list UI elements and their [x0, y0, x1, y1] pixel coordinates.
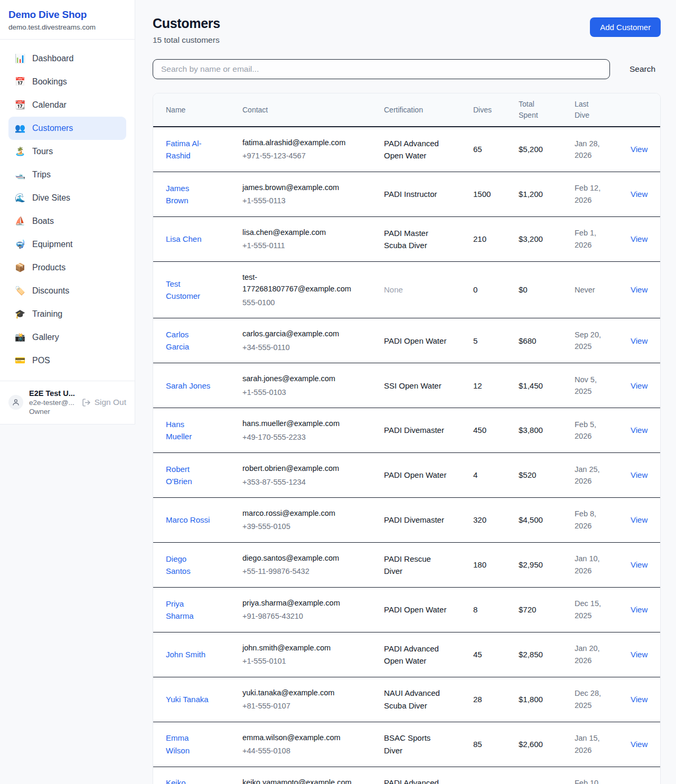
customer-name-link[interactable]: Yuki Tanaka	[166, 693, 209, 705]
certification: SSI Open Water	[384, 380, 442, 392]
customer-name-link[interactable]: Priya Sharma	[166, 598, 211, 622]
view-link[interactable]: View	[631, 740, 647, 749]
last-dive-cell: Jan 10, 2026	[575, 543, 612, 586]
customer-email: keiko.yamamoto@example.com	[242, 777, 354, 784]
sidebar-item-gallery[interactable]: 📸Gallery	[8, 326, 126, 349]
certification: PADI Divemaster	[384, 514, 444, 526]
sidebar-item-label: Training	[32, 309, 62, 319]
table-body: Fatima Al-Rashidfatima.alrashid@example.…	[153, 127, 660, 784]
view-link[interactable]: View	[631, 605, 647, 614]
customer-name-link[interactable]: James Brown	[166, 182, 211, 207]
name-cell: Sarah Jones	[153, 370, 242, 401]
dives-cell: 28	[473, 684, 519, 715]
customer-name-link[interactable]: Carlos Garcia	[166, 328, 211, 353]
user-email: e2e-tester@...	[29, 399, 76, 407]
contact-cell: test-1772681807767@example.com555-0100	[242, 262, 384, 318]
total-spent-cell: $2,850	[519, 639, 575, 670]
sidebar-item-calendar[interactable]: 📆Calendar	[8, 93, 126, 117]
name-cell: Fatima Al-Rashid	[153, 128, 242, 172]
sidebar-item-training[interactable]: 🎓Training	[8, 303, 126, 326]
sidebar-item-products[interactable]: 📦Products	[8, 256, 126, 279]
total-spent-cell: $5,200	[519, 134, 575, 165]
sidebar: Demo Dive Shop demo.test.divestreams.com…	[0, 0, 135, 424]
view-link[interactable]: View	[631, 381, 647, 390]
table-row: Diego Santosdiego.santos@example.com+55-…	[153, 543, 660, 588]
customer-email: sarah.jones@example.com	[242, 373, 354, 384]
view-link[interactable]: View	[631, 285, 647, 294]
search-input[interactable]	[153, 59, 610, 79]
sign-out-button[interactable]: Sign Out	[82, 398, 126, 407]
actions-cell: View	[631, 729, 660, 760]
customer-name-link[interactable]: Sarah Jones	[166, 380, 210, 392]
certification: BSAC Sports Diver	[384, 732, 448, 757]
view-link[interactable]: View	[631, 650, 647, 659]
last-dive-cell: Feb 12, 2026	[575, 173, 612, 215]
total-spent-cell: $680	[519, 325, 575, 356]
actions-cell: View	[631, 274, 660, 305]
label-tag-icon: 🏷️	[15, 287, 25, 295]
customer-name-link[interactable]: Fatima Al-Rashid	[166, 137, 211, 162]
customer-name-link[interactable]: Emma Wilson	[166, 732, 211, 757]
customer-name-link[interactable]: Robert O'Brien	[166, 463, 211, 488]
sidebar-item-discounts[interactable]: 🏷️Discounts	[8, 279, 126, 303]
customer-name-link[interactable]: Hans Mueller	[166, 418, 211, 443]
certification: PADI Rescue Diver	[384, 553, 448, 578]
actions-cell: View	[631, 178, 660, 210]
view-link[interactable]: View	[631, 145, 647, 154]
sidebar-item-bookings[interactable]: 📅Bookings	[8, 70, 126, 93]
shop-domain: demo.test.divestreams.com	[8, 23, 126, 31]
view-link[interactable]: View	[631, 190, 647, 199]
total-spent-cell: $0	[519, 274, 575, 305]
certification: PADI Open Water	[384, 469, 446, 481]
sidebar-item-boats[interactable]: ⛵Boats	[8, 210, 126, 233]
total-spent-cell: $3,200	[519, 223, 575, 254]
customer-email: marco.rossi@example.com	[242, 507, 354, 519]
table-row: Robert O'Brienrobert.obrien@example.com+…	[153, 453, 660, 498]
sidebar-item-dashboard[interactable]: 📊Dashboard	[8, 47, 126, 70]
view-link[interactable]: View	[631, 515, 647, 524]
sidebar-item-customers[interactable]: 👥Customers	[8, 117, 126, 140]
view-link[interactable]: View	[631, 470, 647, 479]
sidebar-item-pos[interactable]: 💳POS	[8, 349, 126, 372]
certification-cell: PADI Advanced Open Water	[384, 633, 473, 677]
person-icon	[12, 398, 20, 407]
shop-name[interactable]: Demo Dive Shop	[8, 9, 126, 21]
contact-cell: sarah.jones@example.com+1-555-0103	[242, 363, 384, 408]
view-link[interactable]: View	[631, 234, 647, 243]
sidebar-item-label: Bookings	[32, 77, 67, 87]
calendar-date-icon: 📅	[15, 78, 25, 86]
view-link[interactable]: View	[631, 695, 647, 704]
app-root: Demo Dive Shop demo.test.divestreams.com…	[0, 0, 676, 784]
sidebar-item-label: Boats	[32, 216, 54, 226]
certification: PADI Open Water	[384, 603, 446, 616]
sidebar-item-label: Customers	[32, 124, 73, 133]
tear-off-calendar-icon: 📆	[15, 101, 25, 109]
name-cell: Carlos Garcia	[153, 319, 242, 363]
customer-name-link[interactable]: Marco Rossi	[166, 514, 210, 526]
table-row: Hans Muellerhans.mueller@example.com+49-…	[153, 408, 660, 453]
customer-name-link[interactable]: Test Customer	[166, 278, 211, 303]
dives-cell: 180	[473, 549, 519, 580]
actions-cell: View	[631, 325, 660, 356]
sidebar-item-label: Calendar	[32, 100, 67, 110]
customer-name-link[interactable]: Lisa Chen	[166, 233, 202, 245]
sidebar-item-equipment[interactable]: 🤿Equipment	[8, 233, 126, 256]
page-title: Customers	[153, 16, 220, 31]
dives-cell: 4	[473, 459, 519, 490]
customer-name-link[interactable]: Keiko Yamamoto	[166, 777, 211, 784]
view-link[interactable]: View	[631, 560, 647, 569]
name-cell: Emma Wilson	[153, 722, 242, 766]
sidebar-item-dive-sites[interactable]: 🌊Dive Sites	[8, 186, 126, 210]
sidebar-item-trips[interactable]: 🛥️Trips	[8, 163, 126, 186]
add-customer-button[interactable]: Add Customer	[590, 17, 661, 37]
sidebar-item-tours[interactable]: 🏝️Tours	[8, 140, 126, 163]
last-dive-cell: Nov 5, 2025	[575, 364, 612, 407]
view-link[interactable]: View	[631, 336, 647, 345]
search-button[interactable]: Search	[624, 60, 661, 78]
customer-name-link[interactable]: Diego Santos	[166, 553, 211, 578]
name-cell: John Smith	[153, 639, 242, 670]
view-link[interactable]: View	[631, 426, 647, 434]
customer-email: robert.obrien@example.com	[242, 462, 354, 474]
customer-name-link[interactable]: John Smith	[166, 648, 205, 660]
certification-cell: PADI Open Water	[384, 459, 473, 490]
